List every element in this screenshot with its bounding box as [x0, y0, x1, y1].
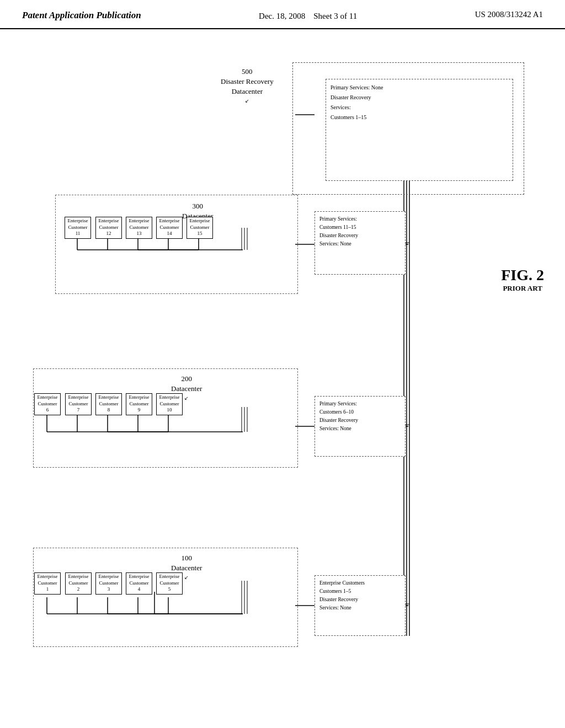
ec-box-13: EnterpriseCustomer13 — [126, 217, 152, 239]
dr500-info-box: Primary Services: None Disaster Recovery… — [326, 79, 513, 181]
ec-box-8: EnterpriseCustomer8 — [95, 393, 122, 415]
datacenter-200-outer — [33, 368, 298, 468]
ec-box-14: EnterpriseCustomer14 — [156, 217, 183, 239]
ec-box-10: EnterpriseCustomer10 — [156, 393, 183, 415]
ec-box-6: EnterpriseCustomer6 — [34, 393, 61, 415]
ec-box-2: EnterpriseCustomer2 — [65, 572, 92, 595]
ec-box-9: EnterpriseCustomer9 — [126, 393, 152, 415]
patent-number: US 2008/313242 A1 — [475, 10, 543, 19]
ec-box-15: EnterpriseCustomer15 — [186, 217, 213, 239]
publication-title: Patent Application Publication — [22, 10, 141, 21]
datacenter-100-outer — [33, 548, 298, 647]
ec-box-5: EnterpriseCustomer5 — [156, 572, 183, 595]
dc200-info-box: Primary Services:Customers 6–10Disaster … — [315, 396, 406, 457]
ec-box-3: EnterpriseCustomer3 — [95, 572, 122, 595]
figure-label: FIG. 2 PRIOR ART — [501, 266, 544, 293]
sheet-info: Dec. 18, 2008 Sheet 3 of 11 — [259, 10, 357, 23]
dr500-label: 500 Disaster Recovery Datacenter ↙ — [221, 67, 274, 105]
dc300-info-box: Primary Services:Customers 11–15Disaster… — [315, 211, 406, 275]
ec-box-12: EnterpriseCustomer12 — [95, 217, 122, 239]
ec-box-1: EnterpriseCustomer1 — [34, 572, 61, 595]
page-header: Patent Application Publication Dec. 18, … — [0, 0, 565, 29]
datacenter-300-outer — [55, 195, 298, 294]
ec-box-7: EnterpriseCustomer7 — [65, 393, 92, 415]
dc100-info-box: Enterprise CustomersCustomers 1–5Disaste… — [315, 575, 406, 636]
ec-box-11: EnterpriseCustomer11 — [65, 217, 91, 239]
diagram-area: 100 Datacenter ↙ EnterpriseCustomer1 Ent… — [0, 29, 565, 702]
ec-box-4: EnterpriseCustomer4 — [126, 572, 152, 595]
